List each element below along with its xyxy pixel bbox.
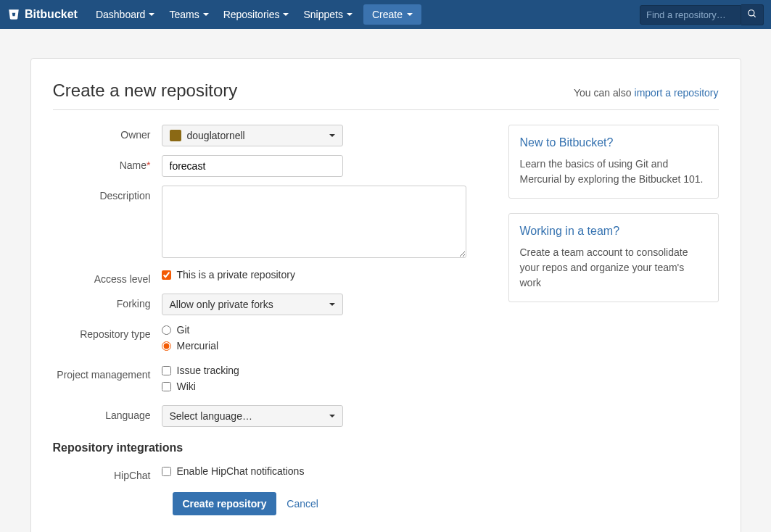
import-text: You can also import a repository — [574, 87, 719, 99]
wiki-checkbox[interactable] — [162, 382, 171, 391]
page-header: Create a new repository You can also imp… — [53, 80, 719, 110]
avatar — [170, 130, 181, 141]
row-language: Language Select language… — [53, 405, 487, 427]
name-input[interactable] — [162, 155, 343, 177]
row-name: Name* — [53, 155, 487, 177]
svg-line-1 — [754, 14, 756, 17]
row-repotype: Repository type Git Mercurial — [53, 324, 487, 356]
chevron-down-icon — [149, 13, 154, 16]
page-title: Create a new repository — [53, 80, 238, 101]
forking-label: Forking — [53, 294, 162, 309]
chevron-down-icon — [203, 13, 209, 16]
git-radio-row[interactable]: Git — [162, 324, 487, 336]
sidebar: New to Bitbucket? Learn the basics of us… — [508, 125, 719, 515]
row-owner: Owner douglatornell — [53, 125, 487, 146]
nav-items: Dashboard Teams Repositories Snippets Cr… — [88, 0, 640, 29]
create-repository-button[interactable]: Create repository — [173, 492, 277, 515]
description-label: Description — [53, 186, 162, 201]
logo[interactable]: Bitbucket — [7, 8, 78, 21]
create-button[interactable]: Create — [363, 4, 421, 25]
pm-label: Project management — [53, 365, 162, 381]
chevron-down-icon — [329, 415, 335, 417]
nav-dashboard[interactable]: Dashboard — [88, 0, 162, 29]
nav-teams[interactable]: Teams — [162, 0, 215, 29]
info-new-title[interactable]: New to Bitbucket? — [520, 136, 707, 149]
access-label: Access level — [53, 269, 162, 285]
row-description: Description — [53, 186, 487, 260]
description-textarea[interactable] — [162, 186, 466, 258]
owner-select[interactable]: douglatornell — [162, 125, 343, 146]
chevron-down-icon — [329, 134, 335, 137]
nav-repositories[interactable]: Repositories — [216, 0, 297, 29]
integrations-title: Repository integrations — [53, 441, 487, 454]
chevron-down-icon — [283, 13, 289, 16]
chevron-down-icon — [347, 13, 352, 16]
language-select[interactable]: Select language… — [162, 405, 343, 427]
info-box-new: New to Bitbucket? Learn the basics of us… — [508, 125, 719, 199]
hipchat-row[interactable]: Enable HipChat notifications — [162, 465, 487, 477]
search-button[interactable] — [741, 4, 764, 25]
language-label: Language — [53, 405, 162, 421]
info-team-text: Create a team account to consolidate you… — [520, 245, 707, 291]
mercurial-radio-row[interactable]: Mercurial — [162, 340, 487, 352]
hipchat-checkbox[interactable] — [162, 467, 171, 476]
issue-tracking-row[interactable]: Issue tracking — [162, 365, 487, 376]
private-checkbox-row[interactable]: This is a private repository — [162, 269, 487, 280]
wiki-row[interactable]: Wiki — [162, 381, 487, 392]
form-actions: Create repository Cancel — [173, 492, 487, 515]
repotype-label: Repository type — [53, 324, 162, 340]
row-access: Access level This is a private repositor… — [53, 269, 487, 285]
forking-select[interactable]: Allow only private forks — [162, 294, 343, 315]
form-section: Owner douglatornell Name* Description — [53, 125, 487, 515]
row-hipchat: HipChat Enable HipChat notifications — [53, 465, 487, 481]
name-label: Name* — [53, 155, 162, 171]
navbar: Bitbucket Dashboard Teams Repositories S… — [0, 0, 771, 29]
hipchat-label: HipChat — [53, 465, 162, 481]
info-box-team: Working in a team? Create a team account… — [508, 213, 719, 302]
owner-label: Owner — [53, 125, 162, 141]
cancel-button[interactable]: Cancel — [279, 492, 326, 515]
private-checkbox[interactable] — [162, 270, 171, 280]
chevron-down-icon — [407, 13, 413, 16]
content-row: Owner douglatornell Name* Description — [53, 125, 719, 515]
row-forking: Forking Allow only private forks — [53, 294, 487, 315]
svg-point-0 — [749, 9, 754, 15]
chevron-down-icon — [329, 303, 335, 306]
issue-tracking-checkbox[interactable] — [162, 366, 171, 375]
main-panel: Create a new repository You can also imp… — [30, 58, 741, 532]
search-wrap — [640, 4, 764, 25]
import-repository-link[interactable]: import a repository — [635, 87, 719, 99]
info-team-title[interactable]: Working in a team? — [520, 225, 707, 238]
git-radio[interactable] — [162, 325, 171, 335]
search-input[interactable] — [640, 5, 741, 25]
row-pm: Project management Issue tracking Wiki — [53, 365, 487, 396]
bitbucket-icon — [7, 8, 20, 21]
nav-snippets[interactable]: Snippets — [296, 0, 359, 29]
info-new-text: Learn the basics of using Git and Mercur… — [520, 157, 707, 187]
mercurial-radio[interactable] — [162, 341, 171, 351]
search-icon — [747, 9, 757, 19]
brand-text: Bitbucket — [25, 8, 78, 21]
